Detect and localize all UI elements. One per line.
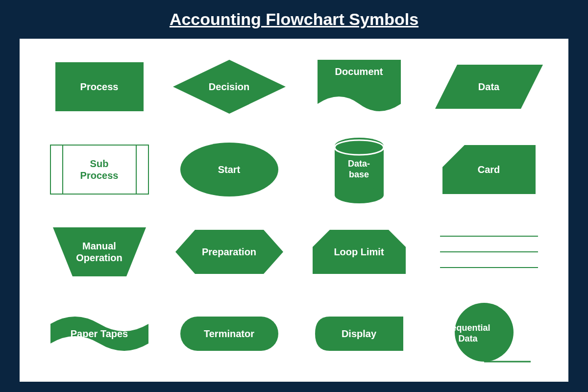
symbol-database: Data-base: [299, 135, 419, 204]
svg-marker-1: [173, 60, 286, 114]
symbol-process: Process: [39, 53, 159, 121]
symbol-loop-limit: Loop Limit: [299, 219, 419, 286]
svg-rect-3: [50, 145, 148, 194]
symbol-data: Data: [429, 53, 549, 121]
diagram-title: Accounting Flowchart Symbols: [20, 10, 568, 29]
symbol-terminator: Terminator: [169, 300, 289, 367]
svg-marker-11: [442, 145, 536, 194]
symbol-lines: [429, 219, 549, 286]
svg-marker-2: [435, 65, 543, 109]
svg-rect-0: [55, 62, 144, 111]
line-icon: [440, 236, 538, 237]
svg-point-6: [180, 143, 278, 196]
svg-point-9: [335, 187, 384, 203]
svg-marker-12: [53, 227, 146, 276]
line-icon: [440, 251, 538, 252]
symbol-start: Start: [169, 135, 289, 204]
symbol-paper-tapes: Paper Tapes: [39, 300, 159, 367]
symbol-card: Card: [429, 135, 549, 204]
symbol-subprocess: SubProcess: [39, 135, 159, 204]
svg-point-16: [455, 303, 514, 362]
svg-rect-15: [180, 317, 278, 351]
symbol-sequential-data: SequentialData: [429, 300, 549, 367]
symbol-preparation: Preparation: [169, 219, 289, 286]
svg-marker-14: [313, 230, 406, 274]
line-icon: [440, 267, 538, 268]
symbol-display: Display: [299, 300, 419, 367]
symbol-decision: Decision: [169, 53, 289, 121]
diagram-canvas: Process Decision Document Data SubProces…: [20, 39, 568, 382]
svg-marker-13: [175, 230, 283, 274]
symbol-document: Document: [299, 53, 419, 121]
symbol-manual-operation: ManualOperation: [39, 219, 159, 286]
